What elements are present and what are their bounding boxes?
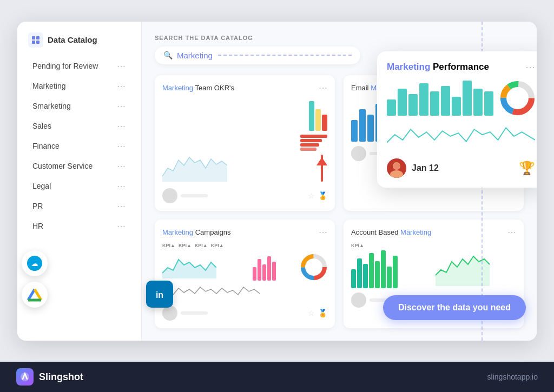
kpi-label-area-4: KPI▲ (351, 243, 432, 288)
floating-card-title: Marketing Performance (387, 62, 489, 72)
sidebar-item-legal[interactable]: Legal ⋯ (22, 176, 137, 196)
linkedin-icon[interactable]: in (146, 281, 173, 308)
sidebar-item-hr[interactable]: HR ⋯ (22, 216, 137, 236)
floating-award-icon: 🏆 (519, 161, 535, 176)
card-header-1: Marketing Team OKR's ⋯ (162, 83, 327, 93)
slingshot-brand: Slingshot (16, 368, 83, 386)
card-menu-3[interactable]: ⋯ (319, 227, 327, 237)
sidebar-header: Data Catalog (17, 30, 141, 56)
card-meta-1: ☆ 🏅 (308, 191, 327, 200)
sidebar-item-menu-customer-service[interactable]: ⋯ (117, 161, 126, 171)
card-avatar-2 (351, 146, 366, 161)
needle-1 (316, 155, 327, 184)
slingshot-logo (16, 368, 34, 386)
colored-bars-1 (309, 98, 327, 131)
svg-rect-3 (36, 41, 39, 44)
card-charts-3 (162, 251, 327, 281)
sidebar-label-customer-service: Customer Service (32, 162, 93, 170)
svg-point-25 (393, 163, 400, 169)
card-footer-3: ☆ 🏅 (162, 305, 327, 321)
award-icon-1: 🏅 (318, 191, 327, 200)
sidebar-item-menu-pending[interactable]: ⋯ (117, 61, 126, 71)
card-menu-4[interactable]: ⋯ (507, 227, 516, 237)
bar-group-green-4 (351, 250, 432, 288)
floating-user-info: Jan 12 (387, 158, 439, 178)
card-marketing-okr: Marketing Team OKR's ⋯ (155, 75, 335, 211)
card-title-text-3: Campaigns (195, 228, 231, 236)
card-charts-4: KPI▲ (351, 243, 516, 288)
line-area-4 (436, 248, 517, 288)
card-meta-3: ☆ 🏅 (308, 309, 327, 317)
salesforce-icon[interactable]: ☁ (22, 250, 48, 276)
slingshot-name-text: Slingshot (39, 371, 83, 383)
floating-card-menu[interactable]: ⋯ (525, 61, 535, 73)
card-marketing-campaigns: Marketing Campaigns ⋯ KPI▲ KPI▲ KPI▲ KPI… (155, 220, 335, 328)
sidebar-label-marketing: Marketing (32, 82, 65, 90)
floating-card-header: Marketing Performance ⋯ (387, 61, 535, 73)
sidebar-label-smarketing: Smarketing (32, 102, 71, 110)
google-ads-icon[interactable] (22, 282, 48, 308)
card-title-text-2: Email (351, 84, 371, 92)
sidebar-item-menu-hr[interactable]: ⋯ (117, 221, 126, 231)
card-title-3: Marketing Campaigns (162, 228, 230, 236)
card-title-blue-3: Marketing (162, 228, 193, 236)
sidebar-item-smarketing[interactable]: Smarketing ⋯ (22, 96, 137, 116)
kpi-labels-3: KPI▲ KPI▲ KPI▲ KPI▲ (162, 243, 327, 248)
sidebar-item-marketing[interactable]: Marketing ⋯ (22, 76, 137, 96)
sidebar-label-legal: Legal (32, 182, 51, 190)
sidebar-item-menu-sales[interactable]: ⋯ (117, 121, 126, 131)
floating-card-footer: Jan 12 🏆 (387, 158, 535, 178)
star-icon-3[interactable]: ☆ (308, 309, 315, 317)
sidebar-item-menu-pr[interactable]: ⋯ (117, 201, 126, 211)
sidebar-item-customer-service[interactable]: Customer Service ⋯ (22, 156, 137, 176)
sidebar-item-menu-smarketing[interactable]: ⋯ (117, 101, 126, 111)
kpi-label-2: KPI▲ (179, 243, 192, 248)
sidebar-item-sales[interactable]: Sales ⋯ (22, 116, 137, 136)
area-chart-1 (162, 149, 227, 182)
card-title-text-1: Team OKR's (195, 84, 234, 92)
card-title-4: Account Based Marketing (351, 228, 431, 236)
main-content: SEARCH THE DATA CATALOG 🔍 Marketing Mark… (142, 22, 537, 341)
sidebar-item-menu-legal[interactable]: ⋯ (117, 181, 126, 191)
card-title-text-4: Account Based (351, 228, 400, 236)
svg-text:☁: ☁ (31, 260, 38, 268)
sidebar-item-menu-marketing[interactable]: ⋯ (117, 81, 126, 91)
card-title-blue-4: Marketing (400, 228, 431, 236)
kpi-label-4: KPI▲ (211, 243, 224, 248)
svg-text:in: in (156, 290, 163, 300)
svg-rect-1 (36, 36, 39, 39)
card-menu-1[interactable]: ⋯ (319, 83, 327, 93)
floating-bar-chart (387, 81, 493, 116)
star-icon-1[interactable]: ☆ (308, 191, 315, 200)
slingshot-url-text: slingshotapp.io (487, 373, 538, 381)
bar-group-right-1 (300, 98, 327, 184)
svg-marker-30 (35, 289, 41, 300)
sidebar-item-pr[interactable]: PR ⋯ (22, 196, 137, 216)
search-label: SEARCH THE DATA CATALOG (155, 35, 524, 41)
search-term: Marketing (177, 51, 213, 60)
h-bars-1 (300, 135, 327, 151)
floating-avatar (387, 158, 406, 178)
floating-date: Jan 12 (412, 163, 439, 173)
card-header-3: Marketing Campaigns ⋯ (162, 227, 327, 237)
card-charts-1 (162, 98, 327, 184)
kpi-label-3: KPI▲ (195, 243, 208, 248)
search-bar[interactable]: 🔍 Marketing (155, 46, 360, 64)
card-title-blue-1: Marketing (162, 84, 193, 92)
floating-line-chart (387, 121, 535, 151)
floating-donut-chart (500, 81, 535, 116)
sidebar-item-finance[interactable]: Finance ⋯ (22, 136, 137, 156)
sidebar-label-sales: Sales (32, 122, 51, 130)
kpi-label-4-main: KPI▲ (351, 243, 432, 248)
card-avatar-1 (162, 188, 177, 203)
sidebar-label-pr: PR (32, 202, 43, 210)
sidebar-label-finance: Finance (32, 142, 60, 150)
sidebar-title: Data Catalog (48, 35, 97, 44)
card-avatar-4 (351, 293, 366, 308)
kpi-label-1: KPI▲ (162, 243, 175, 248)
discover-cta-button[interactable]: Discover the data you need (383, 295, 526, 320)
sidebar-item-menu-finance[interactable]: ⋯ (117, 141, 126, 151)
sidebar-item-pending[interactable]: Pending for Review ⋯ (22, 56, 137, 76)
donut-chart-3 (300, 254, 327, 281)
svg-marker-29 (28, 289, 35, 300)
